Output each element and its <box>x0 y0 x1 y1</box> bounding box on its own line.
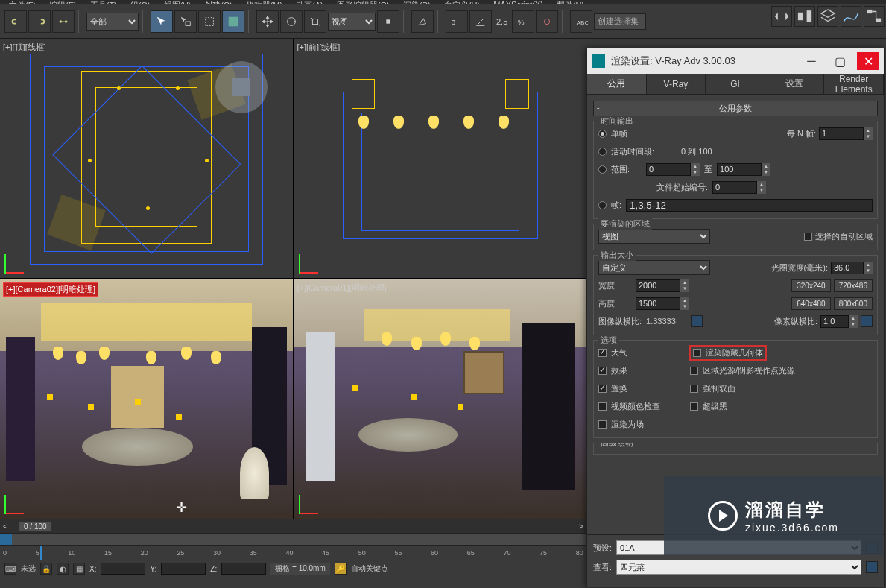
reference-coord[interactable]: 视图 <box>328 13 376 31</box>
mirror-icon[interactable] <box>771 6 792 27</box>
add-time-tag-icon[interactable]: 🔑 <box>335 563 347 575</box>
time-next-icon[interactable]: > <box>576 522 586 531</box>
chk-atmospherics[interactable] <box>598 349 607 357</box>
scale-icon[interactable] <box>304 10 326 33</box>
select-by-name-icon[interactable] <box>174 10 197 33</box>
close-icon[interactable]: ✕ <box>857 52 879 70</box>
align-icon[interactable] <box>794 6 815 27</box>
named-selection-set[interactable]: 创建选择集 <box>594 13 646 30</box>
rotate-icon[interactable] <box>280 10 303 33</box>
range-from-field[interactable] <box>646 163 691 176</box>
svg-rect-13 <box>807 10 812 22</box>
dialog-title: 渲染设置: V-Ray Adv 3.00.03 <box>611 54 794 68</box>
viewport-front[interactable]: [+][前][线框] <box>294 39 587 278</box>
y-coord-field[interactable] <box>161 563 206 575</box>
aperture-field[interactable] <box>831 262 864 274</box>
radio-active-segment[interactable] <box>598 148 607 156</box>
z-coord-field[interactable] <box>221 563 266 575</box>
snap-value: 2.5 <box>493 17 510 26</box>
pixel-aspect-lock-icon[interactable] <box>861 315 873 327</box>
edit-named-icon[interactable]: ABC <box>570 10 592 33</box>
unlink-icon[interactable] <box>28 10 51 33</box>
height-field[interactable] <box>636 297 680 310</box>
x-coord-field[interactable] <box>101 563 145 575</box>
pixel-aspect-field[interactable] <box>820 315 849 328</box>
viewport-label: [+][前][线框] <box>297 42 341 53</box>
chk-super-black[interactable] <box>690 402 698 411</box>
preset-800x600[interactable]: 800x600 <box>834 297 873 310</box>
output-preset-dropdown[interactable]: 自定义 <box>598 260 710 275</box>
select-object-icon[interactable] <box>151 10 173 33</box>
range-to-field[interactable] <box>717 163 762 176</box>
dialog-titlebar[interactable]: 渲染设置: V-Ray Adv 3.00.03 ─ ▢ ✕ <box>587 48 884 74</box>
viewport-camera02[interactable]: [+][Camera02][明暗处理] ✛ <box>0 279 293 519</box>
viewcube-icon[interactable] <box>215 61 268 113</box>
tab-render-elements[interactable]: Render Elements <box>824 74 884 94</box>
chk-render-to-fields[interactable] <box>598 420 607 429</box>
every-n-field[interactable] <box>819 127 864 140</box>
selection-status: 未选 <box>21 563 36 574</box>
maximize-icon[interactable]: ▢ <box>829 52 851 70</box>
angle-snap-icon[interactable] <box>469 10 492 33</box>
right-toolbar <box>771 6 885 27</box>
chk-render-hidden[interactable] <box>693 349 701 357</box>
minimize-icon[interactable]: ─ <box>800 52 823 70</box>
viewport-top[interactable]: [+][顶][线框] <box>0 39 293 278</box>
preset-320x240[interactable]: 320x240 <box>791 279 830 292</box>
chk-video-color-check[interactable] <box>598 402 607 411</box>
chk-effects[interactable] <box>598 367 607 375</box>
svg-rect-12 <box>798 13 803 20</box>
xform-type-icon[interactable]: ▦ <box>73 563 85 575</box>
time-prev-icon[interactable]: < <box>0 522 10 531</box>
manipulate-icon[interactable] <box>411 10 434 33</box>
tab-common[interactable]: 公用 <box>587 74 647 94</box>
preset-640x480[interactable]: 640x480 <box>791 297 830 310</box>
chk-area-lights-as-points[interactable] <box>690 367 698 375</box>
frames-field[interactable] <box>626 199 873 212</box>
vray-icon <box>592 54 605 68</box>
area-dropdown[interactable]: 视图 <box>598 229 710 244</box>
tab-settings[interactable]: 设置 <box>765 74 825 94</box>
viewport-camera01[interactable]: [+][Camera01][明暗处理] <box>294 279 587 519</box>
link-icon[interactable] <box>4 10 27 33</box>
image-aspect-value: 1.33333 <box>646 317 686 326</box>
svg-rect-2 <box>186 22 190 25</box>
aspect-lock-icon[interactable] <box>691 315 703 327</box>
snap-toggle-icon[interactable]: 3 <box>446 10 468 33</box>
width-field[interactable] <box>636 279 680 292</box>
time-ruler[interactable]: 0510 152025 303540 455055 606570 7580 <box>0 545 586 560</box>
lock-icon[interactable]: 🔒 <box>40 563 52 575</box>
time-cursor[interactable] <box>40 546 42 560</box>
pivot-icon[interactable] <box>377 10 399 33</box>
track-toggle-icon[interactable] <box>0 534 12 546</box>
tab-gi[interactable]: GI <box>706 74 765 94</box>
chk-auto-region[interactable] <box>804 233 812 241</box>
radio-range[interactable] <box>598 165 607 174</box>
selection-filter[interactable]: 全部 <box>86 13 139 31</box>
file-start-field[interactable] <box>712 181 757 194</box>
script-icon[interactable]: ⌨ <box>4 563 16 575</box>
rect-select-icon[interactable] <box>198 10 221 33</box>
window-crossing-icon[interactable] <box>222 10 244 33</box>
view-dropdown[interactable]: 四元菜 <box>616 560 861 575</box>
spinner-snap-icon[interactable] <box>536 10 558 33</box>
svg-rect-15 <box>876 19 882 22</box>
tab-vray[interactable]: V-Ray <box>647 74 706 94</box>
chk-force-2sided[interactable] <box>690 385 698 393</box>
curve-editor-icon[interactable] <box>841 6 861 27</box>
preset-720x486[interactable]: 720x486 <box>834 279 873 292</box>
schematic-icon[interactable] <box>864 6 885 27</box>
radio-single-frame[interactable] <box>598 130 607 138</box>
svg-text:3: 3 <box>452 17 456 25</box>
lock-view-icon[interactable] <box>866 561 878 573</box>
move-icon[interactable] <box>256 10 279 33</box>
rollout-common-params[interactable]: -公用参数 <box>593 101 878 116</box>
layers-icon[interactable] <box>817 6 838 27</box>
percent-snap-icon[interactable]: % <box>512 10 534 33</box>
isolate-icon[interactable]: ◐ <box>57 563 69 575</box>
bind-icon[interactable] <box>52 10 75 33</box>
radio-frames[interactable] <box>598 201 607 209</box>
main-toolbar: 全部 视图 3 2.5 % ABC 创建选择集 <box>0 4 886 39</box>
chk-displacement[interactable] <box>598 385 607 393</box>
watermark: 溜溜自学 zixue.3d66.com <box>664 476 883 555</box>
